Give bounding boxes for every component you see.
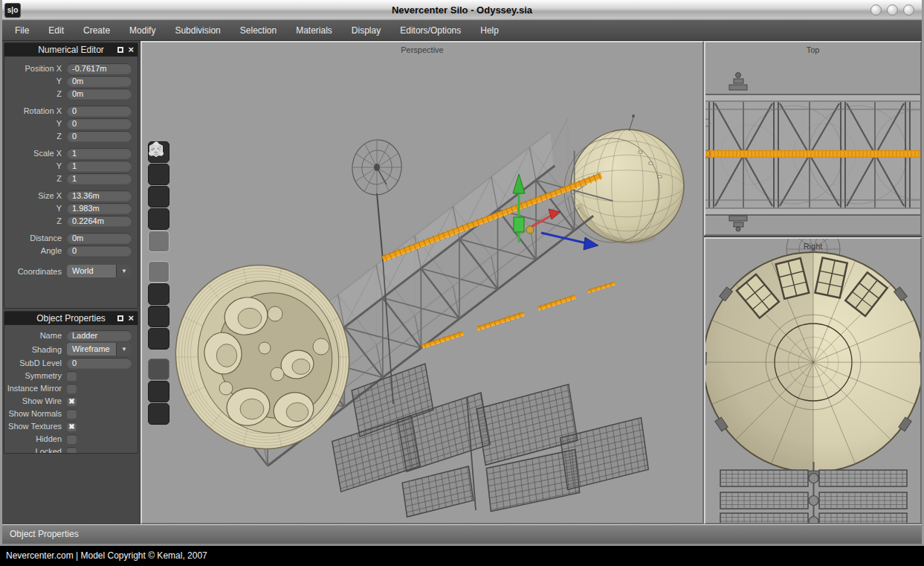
menu-create[interactable]: Create — [74, 21, 120, 40]
edge-mode-button[interactable] — [148, 164, 169, 185]
name-label: Name — [4, 331, 67, 340]
command-sphere-right[interactable] — [705, 252, 920, 472]
show-normals-label: Show Normals — [4, 409, 67, 418]
z-field[interactable]: 1 — [67, 173, 132, 184]
window-minimize-button[interactable] — [870, 4, 882, 16]
menu-selection[interactable]: Selection — [230, 21, 286, 40]
distance-field[interactable]: 0m — [67, 233, 132, 243]
menu-editors-options[interactable]: Editors/Options — [390, 21, 471, 40]
position-x-field[interactable]: -0.7617m — [67, 63, 132, 74]
locked-checkbox[interactable] — [67, 447, 77, 454]
side-viewports: Top Right — [704, 41, 922, 524]
window-close-button[interactable] — [903, 4, 914, 16]
show-normals-checkbox[interactable] — [67, 409, 77, 419]
object-properties-header[interactable]: Object Properties × — [4, 312, 138, 325]
perspective-canvas[interactable] — [142, 42, 702, 523]
multi-mode-button[interactable] — [148, 231, 169, 252]
menu-modify[interactable]: Modify — [120, 21, 165, 40]
right-viewport[interactable]: Right — [704, 237, 922, 524]
panel-maximize-icon[interactable] — [117, 315, 123, 321]
z-label: Z — [4, 132, 67, 141]
solar-panels[interactable] — [332, 364, 648, 517]
y-field[interactable]: 0m — [67, 76, 132, 86]
ladder-selected-object-top[interactable] — [705, 150, 920, 158]
y-field[interactable]: 0 — [67, 118, 132, 129]
menu-file[interactable]: File — [5, 21, 39, 40]
name-field[interactable]: Ladder — [67, 330, 132, 341]
solar-panels-right[interactable] — [720, 462, 907, 523]
numerical-editor-header[interactable]: Numerical Editor × — [4, 43, 138, 57]
menu-subdivision[interactable]: Subdivision — [165, 21, 230, 40]
top-view-label: Top — [705, 45, 920, 54]
marquee-select-button[interactable] — [148, 381, 169, 402]
perspective-viewport[interactable]: Perspective — [140, 41, 704, 524]
show-wire-row: Show Wire✖ — [4, 395, 132, 407]
rotation-x-label: Rotation X — [4, 106, 67, 115]
scale-tool-button[interactable] — [148, 306, 169, 327]
title-bar[interactable]: s|o Nevercenter Silo - Odyssey.sia — [2, 0, 922, 21]
engine-section[interactable] — [154, 245, 370, 469]
show-normals-row: Show Normals — [4, 408, 132, 419]
menu-display[interactable]: Display — [342, 21, 390, 40]
chevron-down-icon[interactable]: ▼ — [116, 343, 132, 356]
menu-materials[interactable]: Materials — [286, 21, 342, 40]
z-row: Z0 — [4, 130, 132, 142]
show-textures-checkbox[interactable]: ✖ — [67, 422, 77, 431]
right-view-canvas[interactable] — [705, 239, 920, 523]
subd-level-field[interactable]: 0 — [67, 358, 132, 368]
numerical-editor-panel: Numerical Editor × Position X-0.7617mY0m… — [4, 42, 138, 309]
top-viewport[interactable]: Top — [704, 41, 922, 236]
shading-value: Wireframe — [67, 343, 116, 356]
instance-mirror-row: Instance Mirror — [4, 382, 132, 394]
scale-x-label: Scale X — [4, 149, 67, 158]
status-text: Object Properties — [10, 529, 79, 539]
menu-help[interactable]: Help — [471, 21, 508, 40]
panel-close-icon[interactable]: × — [128, 46, 134, 54]
size-x-field[interactable]: 13.36m — [67, 190, 132, 201]
window-maximize-button[interactable] — [887, 4, 898, 16]
coordinates-dropdown[interactable]: World▼ — [67, 265, 132, 277]
shading-dropdown[interactable]: Wireframe▼ — [67, 343, 132, 356]
scale-x-row: Scale X1 — [4, 147, 132, 159]
y-field[interactable]: 1.983m — [67, 203, 132, 213]
panel-maximize-icon[interactable] — [117, 47, 123, 53]
footer-text: Nevercenter.com | Model Copyright © Kema… — [6, 550, 207, 561]
panel-close-icon[interactable]: × — [128, 315, 134, 322]
object-properties-panel: Object Properties × NameLadderShadingWir… — [4, 311, 138, 454]
show-wire-checkbox[interactable]: ✖ — [67, 396, 77, 406]
lasso-select-button[interactable] — [148, 403, 169, 425]
move-tool-button[interactable] — [148, 261, 169, 283]
y-label: Y — [4, 204, 67, 213]
face-mode-button[interactable] — [148, 186, 169, 208]
y-row: Y1 — [4, 160, 132, 172]
z-label: Z — [4, 174, 67, 183]
y-label: Y — [4, 77, 67, 86]
z-row: Z0m — [4, 88, 132, 100]
y-row: Y0 — [4, 118, 132, 129]
z-field[interactable]: 0.2264m — [67, 216, 132, 226]
instance-mirror-checkbox[interactable] — [67, 384, 77, 393]
z-field[interactable]: 0 — [67, 131, 132, 141]
angle-field[interactable]: 0 — [67, 245, 132, 256]
universal-manipulator-button[interactable] — [148, 328, 169, 350]
perspective-label: Perspective — [142, 45, 702, 54]
y-field[interactable]: 1 — [67, 161, 132, 171]
top-view-canvas[interactable] — [705, 42, 920, 234]
rotation-x-row: Rotation X0 — [4, 105, 132, 117]
rotation-x-field[interactable]: 0 — [67, 106, 132, 116]
z-label: Z — [4, 89, 67, 98]
hidden-row: Hidden — [4, 433, 132, 445]
status-bar: Object Properties — [2, 524, 922, 544]
scale-x-field[interactable]: 1 — [67, 148, 132, 158]
show-textures-row: Show Textures✖ — [4, 420, 132, 432]
symmetry-checkbox[interactable] — [67, 371, 77, 381]
footer-bar: Nevercenter.com | Model Copyright © Kema… — [0, 546, 924, 566]
hidden-checkbox[interactable] — [67, 434, 77, 444]
paint-select-button[interactable] — [148, 358, 169, 380]
lasso-icon — [148, 141, 164, 158]
menu-edit[interactable]: Edit — [39, 21, 74, 40]
chevron-down-icon[interactable]: ▼ — [116, 265, 132, 277]
object-mode-button[interactable] — [148, 208, 169, 230]
rotate-tool-button[interactable] — [148, 283, 169, 305]
z-field[interactable]: 0m — [67, 89, 132, 99]
